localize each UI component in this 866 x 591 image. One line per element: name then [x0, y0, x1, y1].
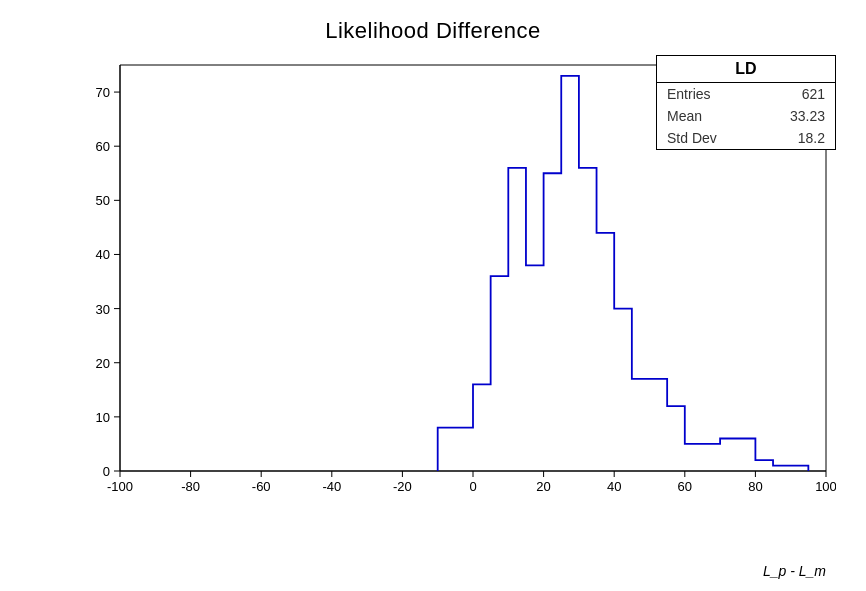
- mean-label: Mean: [667, 108, 702, 124]
- stddev-value: 18.2: [798, 130, 825, 146]
- svg-text:-80: -80: [181, 479, 200, 494]
- svg-text:-40: -40: [322, 479, 341, 494]
- entries-value: 621: [802, 86, 825, 102]
- svg-text:-100: -100: [107, 479, 133, 494]
- legend-box: LD Entries 621 Mean 33.23 Std Dev 18.2: [656, 55, 836, 150]
- svg-text:60: 60: [96, 139, 110, 154]
- svg-text:50: 50: [96, 193, 110, 208]
- legend-stddev-row: Std Dev 18.2: [657, 127, 835, 149]
- svg-text:100: 100: [815, 479, 836, 494]
- mean-value: 33.23: [790, 108, 825, 124]
- svg-text:-60: -60: [252, 479, 271, 494]
- svg-text:30: 30: [96, 302, 110, 317]
- chart-container: Likelihood Difference -100-80-60-40-2002…: [0, 0, 866, 591]
- svg-text:80: 80: [748, 479, 762, 494]
- svg-text:10: 10: [96, 410, 110, 425]
- legend-mean-row: Mean 33.23: [657, 105, 835, 127]
- svg-text:60: 60: [678, 479, 692, 494]
- chart-title: Likelihood Difference: [0, 0, 866, 44]
- svg-text:20: 20: [536, 479, 550, 494]
- x-axis-label: L_p - L_m: [763, 563, 826, 579]
- svg-text:0: 0: [469, 479, 476, 494]
- legend-title: LD: [657, 56, 835, 83]
- svg-text:70: 70: [96, 85, 110, 100]
- svg-text:20: 20: [96, 356, 110, 371]
- stddev-label: Std Dev: [667, 130, 717, 146]
- svg-text:-20: -20: [393, 479, 412, 494]
- svg-text:40: 40: [607, 479, 621, 494]
- svg-text:40: 40: [96, 247, 110, 262]
- entries-label: Entries: [667, 86, 711, 102]
- legend-entries-row: Entries 621: [657, 83, 835, 105]
- svg-text:0: 0: [103, 464, 110, 479]
